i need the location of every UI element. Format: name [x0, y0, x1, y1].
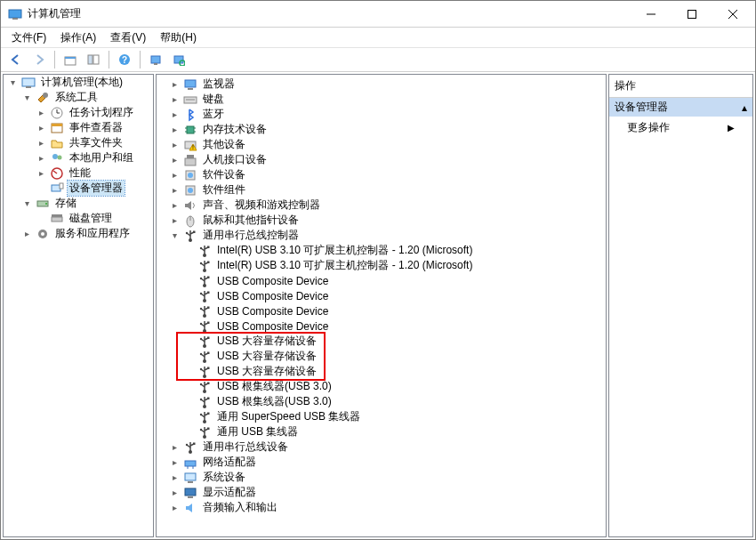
cat-monitor[interactable]: ▸监视器	[167, 77, 606, 92]
cat-usb-devices[interactable]: ▸通用串行总线设备	[167, 439, 606, 455]
svg-rect-29	[60, 183, 63, 189]
nav-root[interactable]: ▾ 计算机管理(本地)	[5, 75, 153, 90]
expand-icon[interactable]: ▾	[21, 198, 32, 209]
device-tree-pane[interactable]: ▸监视器▸键盘▸蓝牙▸内存技术设备▸!其他设备▸人机接口设备▸软件设备▸软件组件…	[156, 74, 607, 537]
sound-icon	[183, 198, 197, 213]
expand-icon[interactable]: ▾	[7, 77, 18, 88]
expand-icon[interactable]: ▸	[169, 155, 180, 165]
actions-pane-title: 操作	[609, 75, 752, 98]
expand-icon[interactable]: ▸	[36, 138, 46, 149]
usb-device-1[interactable]: ▸Intel(R) USB 3.10 可扩展主机控制器 - 1.20 (Micr…	[181, 258, 606, 273]
back-button[interactable]	[6, 50, 26, 69]
show-hide-tree-button[interactable]	[84, 50, 103, 69]
cat-bluetooth[interactable]: ▸蓝牙	[167, 107, 606, 122]
usb-device-3[interactable]: ▸USB Composite Device	[181, 288, 606, 303]
expand-icon[interactable]: ▸	[169, 488, 180, 498]
expand-icon[interactable]: ▸	[36, 123, 46, 133]
svg-rect-7	[65, 57, 76, 59]
menu-help[interactable]: 帮助(H)	[155, 28, 202, 47]
usb-device-0[interactable]: ▸Intel(R) USB 3.10 可扩展主机控制器 - 1.20 (Micr…	[181, 243, 606, 258]
nav-disk-management[interactable]: ▸磁盘管理	[34, 211, 153, 226]
expand-icon[interactable]: ▸	[21, 229, 32, 239]
expand-icon[interactable]: ▸	[36, 168, 46, 179]
cat-mouse[interactable]: ▸鼠标和其他指针设备	[167, 213, 606, 228]
up-button[interactable]	[60, 50, 80, 69]
expand-icon[interactable]: ▸	[169, 125, 180, 135]
menu-action[interactable]: 操作(A)	[55, 28, 101, 47]
expand-icon[interactable]: ▸	[169, 109, 180, 120]
menu-view[interactable]: 查看(V)	[105, 28, 151, 47]
nav-performance[interactable]: ▸性能	[34, 165, 153, 181]
expand-icon[interactable]: ▸	[169, 79, 180, 90]
cat-software-dev[interactable]: ▸软件设备	[167, 167, 606, 182]
usb-device-12[interactable]: ▸通用 USB 集线器	[181, 424, 606, 439]
svg-point-71	[200, 262, 202, 263]
nav-task-scheduler[interactable]: ▸任务计划程序	[34, 105, 153, 120]
cat-audio[interactable]: ▸音频输入和输出	[167, 500, 606, 515]
cat-software-comp[interactable]: ▸软件组件	[167, 182, 606, 197]
properties-button[interactable]	[146, 50, 165, 69]
cat-keyboard[interactable]: ▸键盘	[167, 92, 606, 107]
nav-storage[interactable]: ▾ 存储	[20, 196, 153, 211]
cat-sound[interactable]: ▸声音、视频和游戏控制器	[167, 197, 606, 213]
expand-icon[interactable]: ▸	[36, 153, 46, 164]
cat-system[interactable]: ▸系统设备	[167, 470, 606, 485]
actions-section-header[interactable]: 设备管理器 ▴	[609, 98, 752, 117]
title-bar[interactable]: 计算机管理	[1, 1, 755, 28]
expand-icon[interactable]: ▸	[169, 170, 180, 181]
nav-event-viewer[interactable]: ▸事件查看器	[34, 120, 153, 135]
expand-icon[interactable]: ▸	[169, 472, 180, 483]
cat-display[interactable]: ▸显示适配器	[167, 485, 606, 500]
cat-usb-controllers[interactable]: ▾通用串行总线控制器	[167, 228, 606, 243]
expand-icon[interactable]: ▸	[169, 442, 180, 453]
tree-item-label: 音频输入和输出	[201, 500, 279, 515]
usb-device-6[interactable]: ▸USB 大容量存储设备	[181, 334, 606, 349]
svg-rect-33	[52, 214, 62, 217]
nav-services-apps[interactable]: ▸服务和应用程序	[20, 226, 153, 241]
cat-other[interactable]: ▸!其他设备	[167, 137, 606, 152]
cat-network[interactable]: ▸网络适配器	[167, 455, 606, 470]
usb-icon	[197, 259, 212, 273]
disk-icon	[50, 212, 64, 226]
svg-rect-120	[207, 382, 210, 384]
svg-rect-151	[188, 496, 193, 498]
nav-device-manager[interactable]: ▸设备管理器	[34, 181, 153, 196]
expand-icon[interactable]: ▸	[169, 94, 180, 105]
expand-icon[interactable]: ▸	[169, 503, 180, 513]
expand-icon[interactable]: ▾	[21, 93, 32, 103]
expand-icon[interactable]: ▸	[169, 185, 180, 196]
usb-device-10[interactable]: ▸USB 根集线器(USB 3.0)	[181, 394, 606, 409]
close-button[interactable]	[712, 1, 753, 28]
maximize-button[interactable]	[672, 1, 712, 28]
expand-icon[interactable]: ▸	[36, 108, 46, 118]
help-button[interactable]: ?	[115, 50, 134, 69]
expand-icon[interactable]: ▸	[169, 200, 180, 211]
usb-device-7[interactable]: ▸USB 大容量存储设备	[181, 349, 606, 364]
svg-rect-1	[12, 18, 18, 20]
actions-more[interactable]: 更多操作 ▶	[609, 117, 752, 139]
expand-icon[interactable]: ▸	[169, 215, 180, 226]
scan-button[interactable]	[169, 50, 189, 69]
usb-device-8[interactable]: ▸USB 大容量存储设备	[181, 364, 606, 379]
usb-device-5[interactable]: ▸USB Composite Device	[181, 318, 606, 334]
usb-device-9[interactable]: ▸USB 根集线器(USB 3.0)	[181, 379, 606, 394]
usb-device-2[interactable]: ▸USB Composite Device	[181, 273, 606, 288]
nav-local-users[interactable]: ▸本地用户和组	[34, 150, 153, 165]
menu-file[interactable]: 文件(F)	[6, 28, 52, 47]
nav-tree[interactable]: ▾ 计算机管理(本地) ▾ 系统工具 ▸任务计划程序	[3, 74, 154, 537]
tree-item-label: 系统设备	[201, 470, 247, 485]
forward-button[interactable]	[29, 50, 49, 69]
cat-hid[interactable]: ▸人机接口设备	[167, 152, 606, 167]
nav-system-tools[interactable]: ▾ 系统工具	[20, 90, 153, 105]
cat-memory[interactable]: ▸内存技术设备	[167, 122, 606, 137]
usb-device-4[interactable]: ▸USB Composite Device	[181, 303, 606, 318]
usb-device-11[interactable]: ▸通用 SuperSpeed USB 集线器	[181, 409, 606, 424]
toolbar-separator	[109, 51, 109, 69]
tree-item-label: USB Composite Device	[215, 305, 330, 318]
minimize-button[interactable]	[631, 1, 672, 28]
nav-shared-folders[interactable]: ▸共享文件夹	[34, 135, 153, 150]
expand-icon[interactable]: ▸	[169, 140, 180, 150]
collapse-icon[interactable]: ▾	[169, 230, 180, 241]
expand-icon[interactable]: ▸	[169, 457, 180, 468]
svg-point-65	[200, 246, 202, 248]
